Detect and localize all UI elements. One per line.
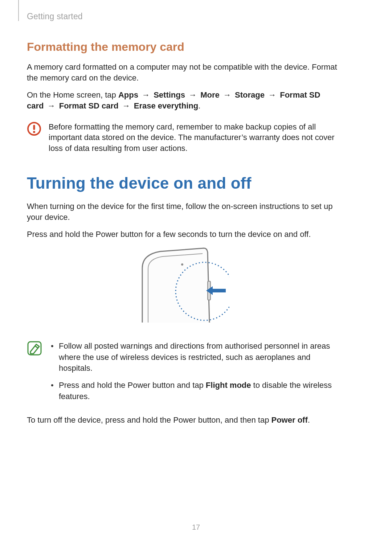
svg-rect-1: [33, 125, 35, 130]
illustration-wrap: [27, 246, 338, 330]
note-icon: [27, 341, 42, 356]
text: .: [198, 101, 200, 110]
list-item: Follow all posted warnings and direction…: [49, 341, 338, 374]
device-power-illustration-icon: [135, 246, 229, 330]
caution-note: Before formatting the memory card, remem…: [27, 122, 338, 154]
nav-step-storage: Storage: [235, 90, 265, 99]
nav-step-apps: Apps: [118, 90, 138, 99]
heading-formatting: Formatting the memory card: [27, 40, 338, 54]
arrow-icon: →: [222, 90, 233, 100]
nav-step-erase: Erase everything: [134, 101, 198, 110]
paragraph-nav-path: On the Home screen, tap Apps → Settings …: [27, 90, 338, 111]
list-item: Press and hold the Power button and tap …: [49, 380, 338, 402]
caution-text: Before formatting the memory card, remem…: [49, 122, 338, 154]
text: .: [308, 415, 310, 424]
note-block: Follow all posted warnings and direction…: [27, 341, 338, 408]
arrow-icon: →: [267, 90, 278, 100]
header-rule: [18, 0, 19, 21]
paragraph-power-off: To turn off the device, press and hold t…: [27, 415, 338, 426]
paragraph: Press and hold the Power button for a fe…: [27, 229, 338, 240]
section-label: Getting started: [27, 12, 338, 21]
text: Press and hold the Power button and tap: [59, 381, 206, 390]
note-bullets: Follow all posted warnings and direction…: [49, 341, 338, 408]
arrow-icon: →: [121, 100, 132, 111]
paragraph: When turning on the device for the first…: [27, 201, 338, 222]
caution-icon: [27, 122, 41, 136]
flight-mode-label: Flight mode: [206, 381, 251, 390]
page: Getting started Formatting the memory ca…: [0, 0, 392, 554]
paragraph: A memory card formatted on a computer ma…: [27, 62, 338, 83]
nav-step-more: More: [200, 90, 220, 99]
svg-point-2: [33, 131, 35, 133]
nav-step-settings: Settings: [154, 90, 185, 99]
text: On the Home screen, tap: [27, 90, 118, 99]
nav-step-format2: Format SD card: [59, 101, 119, 110]
arrow-icon: →: [187, 90, 198, 100]
arrow-icon: →: [46, 100, 57, 111]
svg-point-3: [181, 263, 183, 266]
text: To turn off the device, press and hold t…: [27, 415, 271, 424]
page-number: 17: [0, 523, 392, 532]
power-off-label: Power off: [271, 415, 308, 424]
arrow-icon: →: [140, 90, 151, 100]
heading-turning-on-off: Turning the device on and off: [27, 174, 338, 192]
